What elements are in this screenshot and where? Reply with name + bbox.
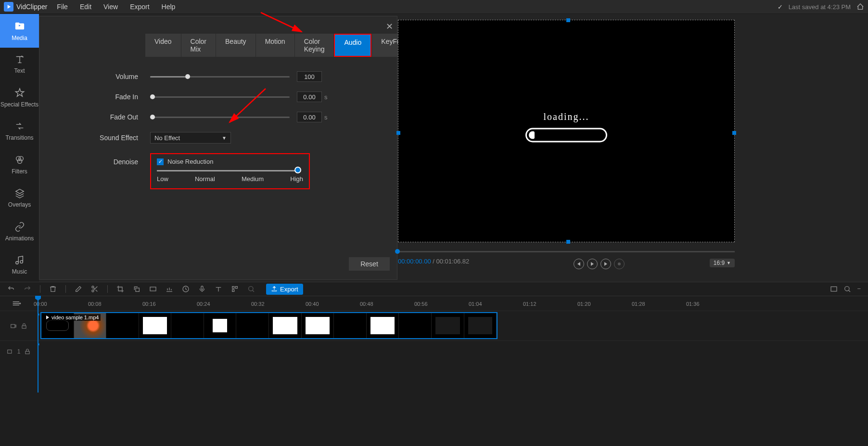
- ruler-tick: 00:32: [251, 301, 265, 307]
- menu-edit[interactable]: Edit: [80, 3, 91, 11]
- tab-audio[interactable]: Audio: [334, 34, 371, 57]
- next-frame-button[interactable]: [600, 259, 611, 269]
- svg-point-1: [19, 156, 23, 160]
- clip-label: video sample 1.mp4: [43, 314, 101, 321]
- redo-icon[interactable]: [24, 285, 31, 293]
- sidebar-item-overlays[interactable]: Overlays: [0, 182, 39, 215]
- text-icon: [14, 54, 25, 65]
- denoise-slider[interactable]: [157, 170, 299, 171]
- svg-rect-19: [22, 326, 26, 328]
- loading-text: loading...: [525, 111, 607, 122]
- resize-handle-right[interactable]: [732, 131, 736, 135]
- zoom-tool-icon[interactable]: [247, 285, 255, 293]
- svg-line-3: [261, 13, 302, 32]
- time-ruler[interactable]: 00:0000:0800:1600:2400:3200:4000:4800:56…: [34, 296, 868, 311]
- lock-icon[interactable]: [24, 348, 31, 355]
- menu-export[interactable]: Export: [130, 3, 149, 11]
- delete-icon[interactable]: [49, 285, 57, 293]
- ruler-tick: 00:00: [34, 301, 47, 307]
- zoom-icon[interactable]: [843, 285, 851, 293]
- svg-point-15: [249, 287, 253, 291]
- playhead[interactable]: [38, 296, 38, 393]
- zoom-out-icon[interactable]: −: [857, 285, 861, 293]
- resize-handle-top[interactable]: [566, 18, 570, 22]
- resize-handle-bottom[interactable]: [566, 240, 570, 244]
- noise-reduction-checkbox[interactable]: ✓: [157, 158, 164, 165]
- mic-icon[interactable]: [198, 285, 206, 293]
- lock-icon[interactable]: [21, 323, 27, 329]
- track-video-icon[interactable]: [10, 323, 17, 329]
- sidebar-item-effects[interactable]: Special Effects: [0, 81, 39, 115]
- aspect-ratio-selector[interactable]: 16:9 ▼: [710, 259, 735, 267]
- prev-frame-button[interactable]: [574, 259, 584, 269]
- svg-rect-18: [11, 324, 15, 328]
- sidebar-label-effects: Special Effects: [0, 101, 38, 108]
- seek-thumb[interactable]: [395, 249, 400, 254]
- denoise-thumb[interactable]: [294, 167, 301, 173]
- export-button[interactable]: Export: [266, 284, 303, 295]
- video-track-content[interactable]: video sample 1.mp4: [40, 311, 868, 341]
- sidebar-label-music: Music: [12, 268, 27, 275]
- close-icon[interactable]: ✕: [386, 21, 393, 32]
- svg-rect-16: [831, 287, 837, 291]
- menu-help[interactable]: Help: [162, 3, 176, 11]
- ruler-tick: 01:36: [686, 301, 700, 307]
- audio-track-row: 1: [0, 341, 868, 362]
- mosaic-icon[interactable]: [231, 285, 239, 293]
- edit-icon[interactable]: [75, 285, 82, 293]
- tab-video[interactable]: Video: [145, 34, 181, 57]
- reset-button[interactable]: Reset: [349, 257, 390, 271]
- loading-fill: [529, 131, 535, 139]
- speed-icon[interactable]: [182, 285, 190, 293]
- audio-controls: Volume Fade In s Fade Out s Sound Effe: [39, 71, 397, 189]
- video-clip[interactable]: video sample 1.mp4: [40, 312, 498, 339]
- sidebar-item-filters[interactable]: Filters: [0, 148, 39, 182]
- total-time: 00:01:06.82: [436, 258, 470, 265]
- preview-panel[interactable]: loading...: [398, 20, 735, 242]
- svg-line-4: [230, 89, 266, 122]
- volume-row: Volume: [39, 71, 397, 82]
- sidebar-item-media[interactable]: Media: [0, 14, 39, 48]
- crop-icon[interactable]: [116, 285, 124, 293]
- cut-icon[interactable]: [91, 285, 99, 293]
- text-tool-icon[interactable]: [215, 285, 222, 293]
- sidebar-item-transitions[interactable]: Transitions: [0, 115, 39, 148]
- sidebar-item-text[interactable]: Text: [0, 48, 39, 81]
- tab-color-mix[interactable]: Color Mix: [181, 34, 216, 57]
- home-icon[interactable]: [856, 3, 864, 11]
- video-track-row: video sample 1.mp4: [0, 311, 868, 341]
- ratio-icon[interactable]: [149, 285, 157, 293]
- resize-handle-left[interactable]: [396, 131, 400, 135]
- copy-icon[interactable]: [133, 285, 140, 293]
- sidebar-item-animations[interactable]: Animations: [0, 215, 39, 249]
- play-button[interactable]: [587, 259, 598, 269]
- menu-view[interactable]: View: [103, 3, 118, 11]
- fadein-input[interactable]: [297, 92, 322, 102]
- audio-track-content[interactable]: [40, 341, 868, 362]
- link-icon: [14, 222, 25, 232]
- tab-beauty[interactable]: Beauty: [216, 34, 255, 57]
- settings-panel: ✕ Video Color Mix Beauty Motion Color Ke…: [39, 16, 397, 280]
- sidebar-item-music[interactable]: Music: [0, 249, 39, 282]
- track-2-controls: 1: [0, 341, 38, 362]
- seek-slider[interactable]: [397, 251, 735, 252]
- volume-slider[interactable]: [150, 76, 290, 78]
- undo-icon[interactable]: [7, 285, 15, 293]
- menu-file[interactable]: File: [57, 3, 68, 11]
- svg-rect-11: [201, 286, 203, 289]
- add-track-button[interactable]: [0, 300, 34, 307]
- chart-icon[interactable]: [166, 285, 173, 293]
- stop-button[interactable]: [614, 259, 625, 269]
- noise-reduction-row: ✓ Noise Reduction: [157, 158, 303, 165]
- sound-effect-dropdown[interactable]: No Effect ▼: [150, 132, 231, 144]
- fadein-unit: s: [324, 93, 328, 101]
- ruler-tick: 00:56: [414, 301, 428, 307]
- fit-icon[interactable]: [830, 285, 838, 293]
- export-label: Export: [280, 286, 298, 293]
- ruler-tick: 00:48: [360, 301, 373, 307]
- fadeout-input[interactable]: [297, 112, 322, 122]
- volume-input[interactable]: [297, 71, 322, 82]
- denoise-level-low: Low: [157, 175, 168, 183]
- track-icon[interactable]: [7, 348, 13, 355]
- check-icon: ✓: [778, 3, 783, 11]
